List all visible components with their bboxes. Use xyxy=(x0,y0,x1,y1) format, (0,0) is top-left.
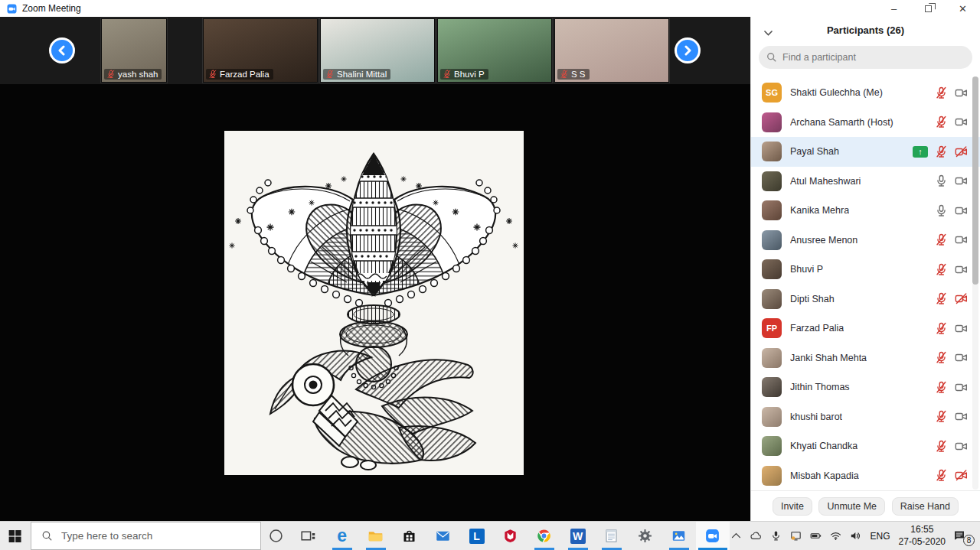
display-tray-icon[interactable] xyxy=(789,529,802,542)
taskbar-search-input[interactable] xyxy=(61,530,253,542)
camera-on-icon[interactable] xyxy=(955,174,968,187)
participant-row[interactable]: SG Shakti Gulechha (Me) xyxy=(751,78,980,108)
participant-name: Bhuvi P xyxy=(790,264,823,275)
camera-on-icon[interactable] xyxy=(955,351,968,364)
taskbar-app-chrome[interactable] xyxy=(528,522,561,550)
participant-row[interactable]: Atul Maheshwari xyxy=(751,167,980,197)
participant-row[interactable]: Anusree Menon xyxy=(751,226,980,255)
microphone-icon xyxy=(769,529,782,542)
participant-name: Khyati Chandka xyxy=(790,441,858,451)
mic-muted-icon[interactable] xyxy=(935,86,948,99)
camera-on-icon[interactable] xyxy=(955,381,968,394)
mic-muted-icon[interactable] xyxy=(935,410,948,423)
display-icon xyxy=(789,529,802,542)
participant-row[interactable]: FP Farzad Palia xyxy=(751,314,980,343)
mic-on-icon[interactable] xyxy=(935,174,948,187)
next-videos-button[interactable] xyxy=(675,37,701,63)
mic-muted-icon[interactable] xyxy=(935,263,948,276)
taskbar-app-settings[interactable] xyxy=(629,522,662,550)
participant-search-input[interactable] xyxy=(782,52,951,63)
invite-button[interactable]: Invite xyxy=(773,497,812,516)
participant-row[interactable]: Jithin Thomas xyxy=(751,373,980,402)
clock[interactable]: 16:55 27-05-2020 xyxy=(899,524,946,548)
previous-videos-button[interactable] xyxy=(49,37,75,63)
volume-tray-icon[interactable] xyxy=(849,529,862,542)
camera-off-icon[interactable] xyxy=(955,292,968,305)
video-thumbnail[interactable]: Farzad Palia xyxy=(203,18,318,83)
taskbar-app-mail[interactable] xyxy=(426,522,460,550)
participant-row[interactable]: Payal Shah ↑ xyxy=(751,137,980,167)
mic-muted-icon[interactable] xyxy=(935,351,948,364)
taskbar-app-word[interactable]: W xyxy=(561,522,595,550)
raise-hand-button[interactable]: Raise Hand xyxy=(892,497,959,516)
mic-muted-icon[interactable] xyxy=(935,469,948,482)
close-button[interactable]: ✕ xyxy=(946,0,980,17)
cortana-button[interactable] xyxy=(261,522,292,550)
start-button[interactable] xyxy=(0,522,31,550)
mic-on-icon[interactable] xyxy=(935,204,948,217)
taskbar-app-microsoft-store[interactable] xyxy=(393,522,426,550)
taskbar-app-edge[interactable]: e xyxy=(325,522,359,550)
camera-on-icon[interactable] xyxy=(955,116,968,129)
word-icon: W xyxy=(570,529,586,544)
taskbar-app-file-explorer[interactable] xyxy=(359,522,393,550)
minimize-button[interactable]: – xyxy=(877,0,911,17)
notification-center-button[interactable]: 8 xyxy=(952,529,971,544)
participant-row[interactable]: khushi barot xyxy=(751,402,980,432)
participant-search-box[interactable] xyxy=(759,46,972,69)
participant-row[interactable]: Archana Samarth (Host) xyxy=(751,108,980,138)
mic-muted-icon[interactable] xyxy=(935,145,948,158)
participant-row[interactable]: Misbah Kapadia xyxy=(751,461,980,491)
scrollbar-thumb[interactable] xyxy=(972,76,978,285)
restore-button[interactable] xyxy=(911,0,946,17)
mic-muted-icon[interactable] xyxy=(935,440,948,453)
mic-muted-icon[interactable] xyxy=(935,322,948,335)
mic-muted-icon[interactable] xyxy=(935,116,948,129)
battery-icon xyxy=(809,529,822,542)
camera-off-icon[interactable] xyxy=(955,469,968,482)
taskbar-app-task-view[interactable] xyxy=(292,522,325,550)
taskbar-app-photos[interactable] xyxy=(662,522,696,550)
participant-row[interactable]: Khyati Chandka xyxy=(751,431,980,461)
camera-on-icon[interactable] xyxy=(955,233,968,246)
mic-muted-icon[interactable] xyxy=(935,292,948,305)
search-icon xyxy=(41,529,54,542)
thumbnail-participant-name: yash shah xyxy=(118,70,158,79)
muted-mic-icon xyxy=(443,70,452,79)
battery-tray-icon[interactable] xyxy=(809,529,822,542)
participant-row[interactable]: Kanika Mehra xyxy=(751,196,980,226)
onedrive-tray-icon[interactable] xyxy=(750,529,763,542)
taskbar-app-linkedin[interactable]: L xyxy=(460,522,494,550)
camera-on-icon[interactable] xyxy=(955,263,968,276)
video-thumbnail[interactable]: Shalini Mittal xyxy=(320,18,435,83)
participant-name: Payal Shah xyxy=(790,146,839,157)
camera-on-icon[interactable] xyxy=(955,86,968,99)
wifi-tray-icon[interactable] xyxy=(829,529,842,542)
taskbar-app-mcafee[interactable] xyxy=(494,522,528,550)
thumbnail-participant-name: S S xyxy=(571,70,586,79)
participant-row[interactable]: Dipti Shah xyxy=(751,285,980,314)
camera-on-icon[interactable] xyxy=(955,440,968,453)
panel-collapse-button[interactable] xyxy=(763,26,773,34)
unmute-me-button[interactable]: Unmute Me xyxy=(818,497,885,516)
participant-status-icons xyxy=(935,469,968,482)
taskbar-app-notepad[interactable] xyxy=(595,522,629,550)
taskbar-search-box[interactable] xyxy=(31,522,261,550)
video-thumbnail[interactable]: yash shah xyxy=(101,18,167,83)
taskbar-app-zoom[interactable] xyxy=(696,522,730,550)
language-indicator[interactable]: ENG xyxy=(869,531,892,542)
video-thumbnail[interactable]: S S xyxy=(554,18,669,83)
mic-muted-icon[interactable] xyxy=(935,233,948,246)
camera-on-icon[interactable] xyxy=(955,410,968,423)
camera-on-icon[interactable] xyxy=(955,322,968,335)
avatar: FP xyxy=(762,318,782,338)
participant-row[interactable]: Bhuvi P xyxy=(751,255,980,285)
mic-muted-icon[interactable] xyxy=(935,381,948,394)
participant-status-icons xyxy=(935,351,968,364)
show-hidden-icons-button[interactable] xyxy=(730,529,743,542)
microphone-tray-icon[interactable] xyxy=(769,529,782,542)
camera-on-icon[interactable] xyxy=(955,204,968,217)
video-thumbnail[interactable]: Bhuvi P xyxy=(437,18,552,83)
camera-off-icon[interactable] xyxy=(955,145,968,158)
participant-row[interactable]: Janki Shah Mehta xyxy=(751,343,980,373)
